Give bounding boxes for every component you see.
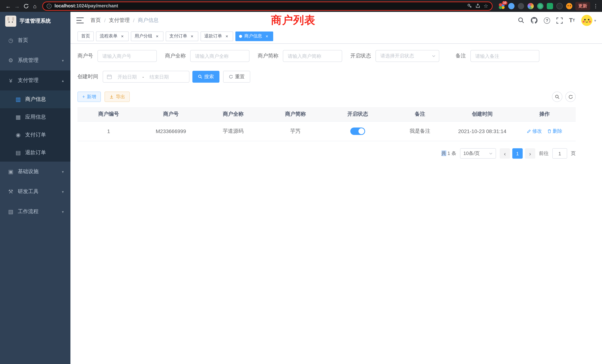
page-info-icon[interactable] bbox=[47, 3, 52, 8]
browser-menu-icon[interactable]: ⋮ bbox=[593, 3, 598, 9]
vue-devtools-icon[interactable] bbox=[537, 3, 543, 9]
user-avatar[interactable]: ▾ bbox=[581, 15, 596, 26]
delete-link-label: 删除 bbox=[553, 128, 562, 135]
sidebar-item-pay-orders[interactable]: ◉ 支付订单 bbox=[0, 126, 70, 144]
edit-link[interactable]: 修改 bbox=[527, 128, 542, 135]
extension-badge: 10 bbox=[502, 1, 507, 5]
add-button[interactable]: + 新增 bbox=[77, 92, 101, 102]
page-size-select[interactable]: 10条/页 bbox=[460, 148, 496, 159]
url-host: localhost bbox=[54, 3, 75, 9]
remark-input[interactable] bbox=[470, 50, 539, 62]
close-icon[interactable]: × bbox=[155, 33, 160, 39]
sidebar-item-dev-tools[interactable]: ⚒ 研发工具 ▾ bbox=[0, 182, 70, 202]
tab-user-group[interactable]: 用户分组× bbox=[131, 31, 163, 41]
close-icon[interactable]: × bbox=[120, 33, 125, 39]
page-unit-label: 页 bbox=[571, 150, 576, 157]
filter-remark: 备注 bbox=[456, 50, 539, 62]
refresh-table-icon[interactable] bbox=[565, 92, 576, 102]
browser-home-icon[interactable]: ⌂ bbox=[30, 1, 39, 10]
merchant-short-label: 商户简称 bbox=[258, 53, 278, 59]
next-page-button[interactable]: › bbox=[525, 148, 535, 159]
close-icon[interactable]: × bbox=[189, 33, 195, 39]
tab-merchant-info[interactable]: 商户信息× bbox=[235, 31, 273, 41]
help-icon[interactable] bbox=[544, 17, 550, 23]
share-icon[interactable] bbox=[475, 3, 481, 9]
page-content: 商户号 商户全称 商户简称 开启状态 bbox=[70, 44, 602, 364]
export-button[interactable]: 导出 bbox=[105, 92, 130, 102]
merchant-name-input[interactable] bbox=[190, 50, 249, 62]
extension-dark-icon[interactable] bbox=[518, 3, 524, 9]
sidebar-item-label: 支付管理 bbox=[18, 77, 62, 84]
merchant-no-input[interactable] bbox=[97, 50, 157, 62]
tools-icon: ⚒ bbox=[7, 188, 14, 195]
breadcrumb-payment[interactable]: 支付管理 bbox=[109, 17, 130, 24]
search-button[interactable]: 搜索 bbox=[192, 71, 219, 83]
search-icon[interactable] bbox=[518, 17, 525, 24]
sidebar-item-label: 应用信息 bbox=[25, 114, 64, 120]
merchant-short-input[interactable] bbox=[283, 50, 342, 62]
extension-emoji-icon[interactable] bbox=[566, 3, 572, 9]
tab-label: 首页 bbox=[81, 33, 90, 39]
extension-colorful-icon[interactable] bbox=[527, 3, 534, 9]
browser-reload-icon[interactable] bbox=[22, 1, 30, 10]
sidebar-item-merchant-info[interactable]: ▥ 商户信息 bbox=[0, 90, 70, 108]
extension-pinwheel-icon[interactable] bbox=[556, 3, 563, 9]
fullscreen-icon[interactable] bbox=[556, 17, 563, 23]
browser-update-button[interactable]: 更新 bbox=[575, 2, 590, 10]
start-date-input[interactable] bbox=[115, 74, 139, 79]
reset-button[interactable]: 重置 bbox=[223, 71, 250, 83]
show-search-icon[interactable] bbox=[552, 92, 562, 102]
github-icon[interactable] bbox=[531, 17, 538, 24]
page-1-button[interactable]: 1 bbox=[512, 148, 523, 159]
end-date-input[interactable] bbox=[147, 74, 172, 79]
font-size-icon[interactable]: TT bbox=[569, 17, 575, 23]
sidebar-item-label: 基础设施 bbox=[18, 168, 62, 175]
status-toggle[interactable] bbox=[350, 128, 365, 135]
password-key-icon[interactable] bbox=[467, 3, 473, 9]
tab-label: 商户信息 bbox=[244, 33, 262, 39]
cell-status bbox=[327, 122, 389, 141]
url-text: localhost:1024/pay/merchant bbox=[54, 3, 118, 9]
sidebar-item-home[interactable]: ◷ 首页 bbox=[0, 30, 70, 50]
browser-back-icon[interactable]: ← bbox=[4, 1, 13, 10]
table-header: 商户编号 商户号 商户全称 商户简称 开启状态 备注 创建时间 操作 bbox=[77, 107, 576, 122]
close-icon[interactable]: × bbox=[224, 33, 229, 39]
breadcrumb-home[interactable]: 首页 bbox=[90, 17, 101, 24]
sidebar-item-payment[interactable]: ¥ 支付管理 ▴ bbox=[0, 70, 70, 90]
dashboard-icon: ◷ bbox=[7, 37, 14, 44]
extension-blue-icon[interactable] bbox=[508, 3, 515, 9]
tab-process-form[interactable]: 流程表单× bbox=[96, 31, 129, 41]
sidebar-item-system[interactable]: ⚙ 系统管理 ▾ bbox=[0, 50, 70, 70]
tab-pay-orders[interactable]: 支付订单× bbox=[166, 31, 198, 41]
status-select[interactable]: 请选择开启状态 bbox=[376, 50, 439, 62]
bookmark-star-icon[interactable]: ☆ bbox=[484, 3, 488, 9]
date-range-picker[interactable]: - bbox=[103, 71, 189, 83]
filter-create-time: 创建时间 - bbox=[77, 71, 189, 83]
tab-refund-orders[interactable]: 退款订单× bbox=[201, 31, 233, 41]
sidebar-item-workflow[interactable]: ▧ 工作流程 ▾ bbox=[0, 202, 70, 222]
breadcrumb-current: 商户信息 bbox=[138, 17, 159, 24]
close-icon[interactable]: × bbox=[264, 33, 269, 39]
pagination-total: 共 1 条 bbox=[441, 150, 456, 157]
sidebar-item-label: 研发工具 bbox=[18, 188, 62, 195]
grid-icon: ▦ bbox=[15, 114, 22, 120]
sidebar-logo[interactable]: 芋道管理系统 bbox=[0, 12, 70, 30]
tab-home[interactable]: 首页 bbox=[77, 31, 94, 41]
sidebar-toggle-icon[interactable] bbox=[76, 17, 84, 23]
extension-green-icon[interactable] bbox=[547, 3, 553, 9]
page-size-value: 10条/页 bbox=[463, 150, 480, 157]
sidebar-item-refund-orders[interactable]: ▤ 退款订单 bbox=[0, 144, 70, 162]
filter-merchant-no: 商户号 bbox=[77, 50, 157, 62]
extension-with-badge-icon[interactable]: 10 bbox=[499, 3, 505, 9]
address-bar[interactable]: localhost:1024/pay/merchant ☆ bbox=[42, 1, 493, 11]
red-annotation-text: 商户列表 bbox=[271, 13, 315, 28]
cell-short-name: 芋艿 bbox=[264, 122, 327, 141]
delete-link[interactable]: 删除 bbox=[547, 128, 562, 135]
goto-page-input[interactable] bbox=[552, 148, 567, 159]
sidebar-item-app-info[interactable]: ▦ 应用信息 bbox=[0, 108, 70, 126]
prev-page-button[interactable]: ‹ bbox=[500, 148, 510, 159]
merchant-name-label: 商户全称 bbox=[165, 53, 186, 59]
browser-forward-icon[interactable]: → bbox=[13, 1, 22, 10]
logo-avatar bbox=[5, 16, 16, 27]
sidebar-item-infrastructure[interactable]: ▣ 基础设施 ▾ bbox=[0, 162, 70, 182]
